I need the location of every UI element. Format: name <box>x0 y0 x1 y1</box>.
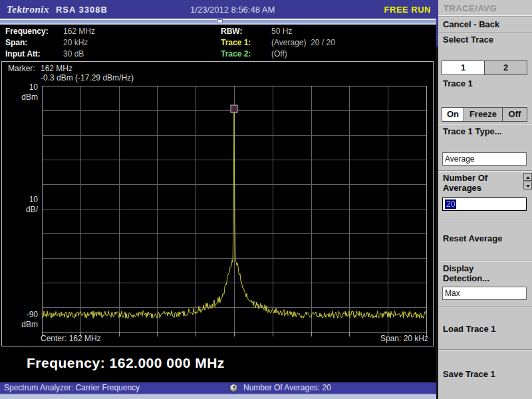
datetime-display: 1/23/2012 8:56:48 AM <box>108 5 384 15</box>
tektronix-logo: Tektronix <box>7 4 49 15</box>
y-axis-ref-label: 10 dBm <box>2 82 38 102</box>
trace-on-button[interactable]: On <box>442 107 464 122</box>
bottom-edge-strip <box>0 394 436 399</box>
softkey-reset-average[interactable]: Reset Average <box>438 217 532 261</box>
softkey-display-detection[interactable]: Display Detection... Max <box>438 261 532 306</box>
averages-selected-text: 20 <box>445 200 456 209</box>
spinner-down-button[interactable] <box>523 182 532 190</box>
marker-level: -0.3 dBm (-17.29 dBm/Hz) <box>41 73 134 82</box>
y-axis-scale-label: 10 dB/ <box>2 195 38 215</box>
trace1-status-value: (Average) 20 / 20 <box>271 38 335 47</box>
frequency-value: 162 MHz <box>63 27 95 36</box>
softkey-trace1-type[interactable]: Trace 1 Type... Average <box>438 124 532 170</box>
input-att-label: Input Att: <box>5 49 41 59</box>
title-bar: Tektronix RSA 3308B 1/23/2012 8:56:48 AM… <box>0 0 436 19</box>
softkey-trace1[interactable]: Trace 1 On Freeze Off <box>438 76 532 124</box>
rbw-label: RBW: <box>221 27 242 36</box>
marker-label: Marker: <box>8 64 35 73</box>
rbw-value: 50 Hz <box>271 27 292 36</box>
averages-input[interactable]: 20 <box>442 198 527 211</box>
trace-1-tab-button[interactable]: 1 <box>442 61 485 75</box>
spectrum-plot <box>2 62 433 346</box>
trace-freeze-button[interactable]: Freeze <box>464 107 503 122</box>
averages-spinner <box>523 173 532 190</box>
menu-title: TRACE/AVG <box>438 0 532 16</box>
softkey-number-of-averages[interactable]: Number Of Averages 20 <box>438 170 532 217</box>
instrument-screen: Tektronix RSA 3308B 1/23/2012 8:56:48 AM… <box>0 0 532 399</box>
span-value: 20 kHz <box>63 38 88 47</box>
knob-icon <box>229 384 238 392</box>
trace1-label: Trace 1: <box>221 38 251 47</box>
span-label: Span: <box>5 38 27 47</box>
center-frequency-label: Center: 162 MHz <box>41 334 101 343</box>
softkey-select-trace[interactable]: Select Trace 1 2 <box>438 32 532 76</box>
sweep-progress-tick <box>217 19 223 23</box>
averages-status: Number Of Averages: 20 <box>243 383 331 393</box>
trace2-status-value: (Off) <box>271 49 287 59</box>
peak-marker-box <box>231 105 237 112</box>
detection-input[interactable]: Max <box>442 287 527 300</box>
trace-off-button[interactable]: Off <box>502 107 527 122</box>
analyzer-mode-status: Spectrum Analyzer: Carrier Frequency <box>4 383 140 393</box>
softkey-menu: TRACE/AVG Cancel - Back Select Trace 1 2… <box>436 0 532 399</box>
input-att-value: 30 dB <box>63 49 84 59</box>
softkey-load-trace[interactable]: Load Trace 1 <box>438 306 532 349</box>
span-readout-label: Span: 20 kHz <box>380 334 428 343</box>
marker-frequency: 162 MHz <box>41 64 72 73</box>
frequency-label: Frequency: <box>5 27 49 36</box>
softkey-save-trace[interactable]: Save Trace 1 <box>438 349 532 399</box>
acquisition-status: FREE RUN <box>384 5 431 15</box>
trace2-label: Trace 2: <box>221 49 251 59</box>
settings-readout: Frequency: 162 MHz Span: 20 kHz Input At… <box>0 24 436 60</box>
status-bar: Spectrum Analyzer: Carrier Frequency Num… <box>0 382 436 394</box>
softkey-cancel-back[interactable]: Cancel - Back <box>438 16 532 32</box>
y-axis-bottom-label: -90 dBm <box>2 310 38 330</box>
frequency-readout: Frequency: 162.000 000 MHz <box>27 355 225 371</box>
model-number: RSA 3308B <box>56 5 108 15</box>
trace-2-tab-button[interactable]: 2 <box>484 61 527 75</box>
spectrum-display: Marker: 162 MHz -0.3 dBm (-17.29 dBm/Hz)… <box>1 61 434 346</box>
main-display: Tektronix RSA 3308B 1/23/2012 8:56:48 AM… <box>0 0 436 399</box>
frequency-readout-panel: Frequency: 162.000 000 MHz <box>0 346 436 382</box>
spinner-up-button[interactable] <box>523 173 532 181</box>
trace-type-input[interactable]: Average <box>442 152 527 166</box>
sweep-progress-bar <box>0 19 436 24</box>
